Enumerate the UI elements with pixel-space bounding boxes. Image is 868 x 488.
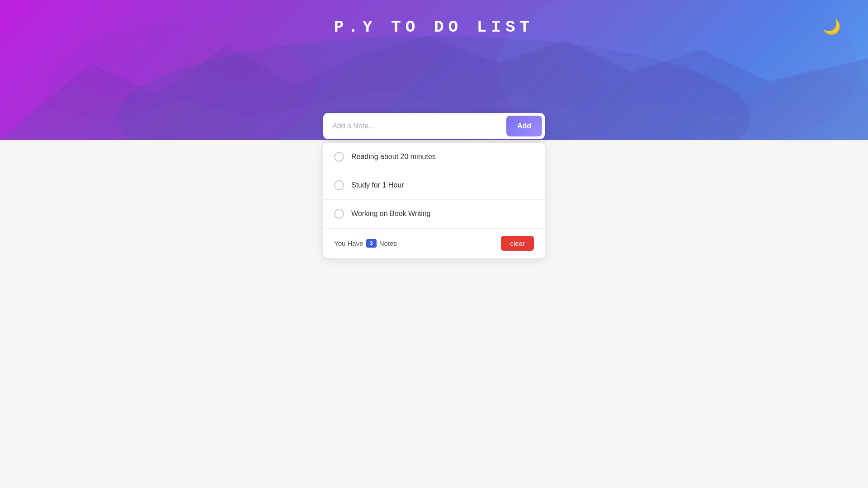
main-content: Add Reading about 20 minutes Study for 1…	[0, 140, 868, 488]
count-badge: 3	[366, 239, 377, 248]
input-row: Add	[323, 113, 545, 139]
add-button[interactable]: Add	[506, 116, 542, 136]
clear-button[interactable]: clear	[501, 236, 534, 251]
todo-container: Add Reading about 20 minutes Study for 1…	[323, 113, 545, 258]
moon-icon[interactable]: 🌙	[823, 18, 841, 35]
todo-text-1: Reading about 20 minutes	[351, 153, 534, 161]
header-bar: P.Y TO DO LIST 🌙	[0, 0, 868, 55]
app-title: P.Y TO DO LIST	[334, 18, 534, 37]
notes-label: Notes	[379, 239, 397, 247]
list-item: Study for 1 Hour	[323, 171, 545, 200]
list-item: Working on Book Writing	[323, 200, 545, 228]
todo-checkbox-2[interactable]	[334, 180, 344, 190]
notes-count: You Have 3 Notes	[334, 239, 397, 248]
todo-checkbox-1[interactable]	[334, 152, 344, 162]
todo-checkbox-3[interactable]	[334, 209, 344, 219]
note-input[interactable]	[323, 114, 504, 138]
you-have-label: You Have	[334, 239, 363, 247]
todo-text-3: Working on Book Writing	[351, 210, 534, 218]
footer-row: You Have 3 Notes clear	[323, 228, 545, 258]
list-item: Reading about 20 minutes	[323, 143, 545, 171]
todo-text-2: Study for 1 Hour	[351, 181, 534, 189]
todo-list: Reading about 20 minutes Study for 1 Hou…	[323, 143, 545, 258]
